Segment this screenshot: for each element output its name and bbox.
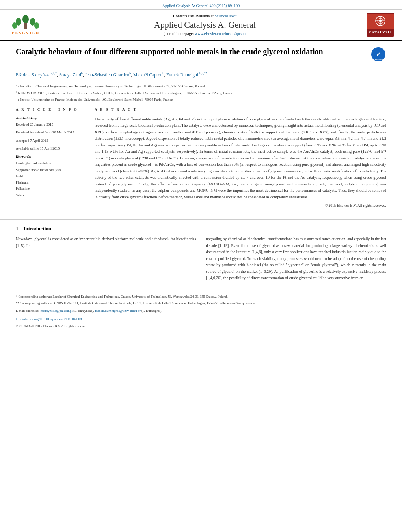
journal-header: ELSEVIER Contents lists available at Sci… [0,10,402,41]
email-addresses: E-mail addresses: eskrzynska@pk.edu.pl (… [16,308,386,314]
article-available: Available online 15 April 2015 [16,146,87,151]
homepage-label: journal homepage: www.elsevier.com/locat… [43,32,367,36]
elsevier-tree-icon [10,15,41,30]
issn-line: 0926-860X/© 2015 Elsevier B.V. All right… [16,324,386,328]
intro-col-right: upgrading by chemical or biochemical tra… [206,236,387,285]
article-info-col: A R T I C L E I N F O Article history: R… [16,108,87,208]
author-zaid[interactable]: Soraya Zaid [59,72,81,77]
intro-two-col: Nowadays, glycerol is considered as an i… [16,236,386,285]
article-accepted: Accepted 7 April 2015 [16,138,87,143]
crossmark-badge: ✓ CrossMark [370,46,386,63]
intro-text-right: upgrading by chemical or biochemical tra… [206,236,387,282]
article-info-label: A R T I C L E I N F O [16,108,87,113]
elsevier-logo: ELSEVIER [8,14,43,36]
email-link-2[interactable]: franck.dumeignil@univ-lille1.fr [95,309,141,313]
article-footer: * Corresponding author at: Faculty of Ch… [0,291,402,331]
svg-rect-5 [24,23,27,29]
intro-text-left: Nowadays, glycerol is considered as an i… [16,236,196,249]
article-authors: Elżbieta Skrzyńskaa,b,*, Soraya Zaidb, J… [16,71,386,79]
article-content: Catalytic behaviour of four different su… [0,41,402,213]
keywords-label: Keywords: [16,154,87,158]
section-divider [0,219,402,220]
section-number: 1. [16,226,20,232]
keyword-2: Supported noble metal catalysts [16,167,87,173]
journal-center: Contents lists available at ScienceDirec… [43,14,367,36]
page: Applied Catalysis A: General 499 (2015) … [0,0,402,331]
contents-label: Contents lists available at ScienceDirec… [43,14,367,18]
journal-ref-link[interactable]: Applied Catalysis A: General 499 (2015) … [162,4,240,8]
section-title: Introduction [24,226,52,232]
keyword-4: Platinum [16,179,87,185]
svg-point-4 [34,22,39,29]
journal-title-header: Applied Catalysis A: General [43,20,367,30]
journal-top-bar: Applied Catalysis A: General 499 (2015) … [0,0,402,10]
keywords-list: Crude glycerol oxidation Supported noble… [16,160,87,198]
keyword-5: Palladium [16,185,87,192]
footnote-1: * Corresponding author at: Faculty of Ch… [16,294,386,300]
homepage-link[interactable]: www.elsevier.com/locate/apcata [195,32,246,36]
svg-text:✓: ✓ [376,52,381,57]
intro-col-left: Nowadays, glycerol is considered as an i… [16,236,196,285]
svg-point-3 [12,22,17,29]
affiliation-a: a a Faculty of Chemical Engineering and … [16,83,386,89]
doi-line: http://dx.doi.org/10.1016/j.apcata.2015.… [16,317,386,321]
keyword-3: Gold [16,173,87,179]
article-received: Received 25 January 2015 [16,122,87,127]
abstract-text: The activity of four different noble met… [95,116,386,201]
article-revised: Received in revised form 30 March 2015 [16,130,87,135]
author-girardon[interactable]: Jean-Sébastien Girardon [85,72,129,77]
intro-heading: 1. Introduction [16,226,386,232]
catalysis-logo-bottom: CATALYSIS [367,29,394,36]
author-capron[interactable]: Mickaël Capron [133,72,162,77]
article-title: Catalytic behaviour of four different su… [16,46,370,57]
footnote-2: ** Corresponding author at: CNRS UMR8181… [16,301,386,306]
catalysis-logo: CATALYSIS [367,13,394,37]
svg-text:CrossMark: CrossMark [374,59,383,61]
catalysis-logo-icon [370,15,390,27]
author-skrzynska[interactable]: Elżbieta Skrzyńska [16,72,50,77]
keyword-6: Silver [16,192,87,198]
abstract-label: A B S T R A C T [95,108,386,113]
two-column-section: A R T I C L E I N F O Article history: R… [16,108,386,208]
author-dumeignil[interactable]: Franck Dumeignil [166,72,199,77]
article-history-label: Article history: [16,116,87,120]
elsevier-brand-text: ELSEVIER [11,30,40,35]
copyright-text: © 2015 Elsevier B.V. All rights reserved… [95,204,386,208]
keyword-1: Crude glycerol oxidation [16,160,87,166]
crossmark-icon: ✓ CrossMark [370,46,386,62]
intro-section: 1. Introduction Nowadays, glycerol is co… [0,226,402,291]
abstract-col: A B S T R A C T The activity of four dif… [95,108,386,208]
email-link-1[interactable]: eskrzynska@pk.edu.pl [40,309,73,313]
article-title-section: Catalytic behaviour of four different su… [16,46,386,66]
catalysis-logo-top [367,14,394,29]
affiliation-b: b b CNRS UMR8181, Unité de Catalyse et C… [16,90,386,96]
svg-point-0 [22,15,29,24]
affiliation-c: c c Institut Universitaire de France, Ma… [16,96,386,102]
doi-link[interactable]: http://dx.doi.org/10.1016/j.apcata.2015.… [16,317,82,321]
affiliations: a a Faculty of Chemical Engineering and … [16,83,386,103]
sciencedirect-link[interactable]: ScienceDirect [214,14,236,18]
